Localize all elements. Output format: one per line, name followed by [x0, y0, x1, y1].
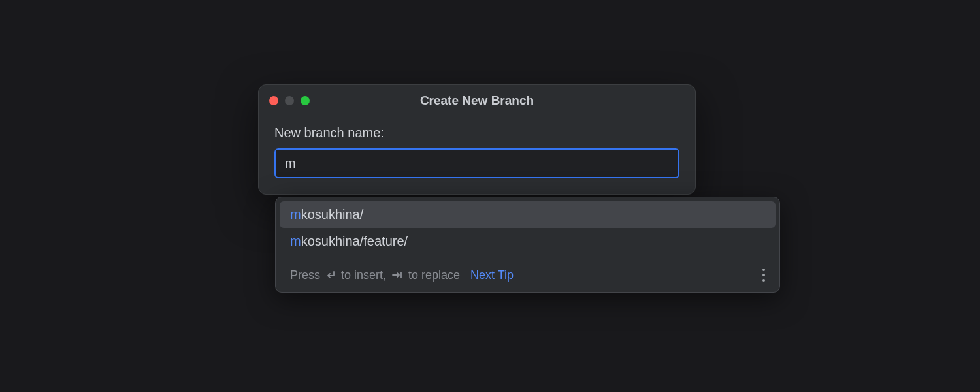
- suggestion-rest: kosukhina/: [301, 207, 364, 221]
- enter-key-icon: [324, 270, 337, 280]
- branch-name-input[interactable]: [274, 148, 679, 178]
- close-window-icon[interactable]: [269, 96, 278, 105]
- suggestion-item[interactable]: mkosukhina/: [280, 201, 776, 228]
- more-options-icon[interactable]: [760, 266, 768, 284]
- dialog-title: Create New Branch: [259, 93, 695, 108]
- match-text: m: [290, 207, 301, 221]
- branch-name-label: New branch name:: [274, 125, 679, 140]
- tab-key-icon: [390, 271, 404, 279]
- dialog-content: New branch name:: [259, 116, 695, 194]
- input-wrapper: [274, 148, 679, 178]
- hint-prefix: Press: [290, 269, 320, 282]
- hint-insert: to insert,: [341, 269, 386, 282]
- dropdown-footer: Press to insert, to replace Next Tip: [276, 259, 779, 292]
- footer-hint: Press to insert, to replace Next Tip: [290, 269, 514, 282]
- maximize-window-icon[interactable]: [301, 96, 310, 105]
- minimize-window-icon[interactable]: [285, 96, 294, 105]
- autocomplete-dropdown: mkosukhina/ mkosukhina/feature/ Press to…: [275, 197, 780, 293]
- match-text: m: [290, 234, 301, 248]
- window-controls: [269, 96, 310, 105]
- next-tip-link[interactable]: Next Tip: [470, 269, 514, 282]
- suggestion-rest: kosukhina/feature/: [301, 234, 408, 248]
- suggestion-item[interactable]: mkosukhina/feature/: [280, 228, 776, 255]
- create-branch-dialog: Create New Branch New branch name:: [258, 84, 696, 195]
- dialog-titlebar: Create New Branch: [259, 85, 695, 116]
- hint-replace: to replace: [408, 269, 460, 282]
